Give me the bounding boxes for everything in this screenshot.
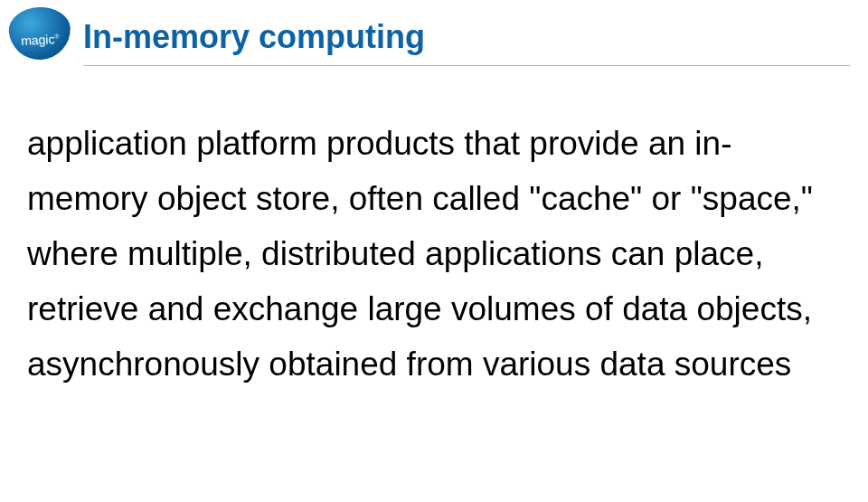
- logo-brand-text: magic®: [21, 32, 60, 48]
- page-title: In-memory computing: [83, 18, 850, 65]
- brand-logo: magic®: [9, 7, 71, 60]
- title-divider: [83, 65, 850, 66]
- slide-header: In-memory computing: [83, 18, 850, 66]
- body-paragraph: application platform products that provi…: [27, 116, 832, 392]
- logo-shape: magic®: [8, 5, 72, 61]
- logo-trademark: ®: [54, 33, 60, 39]
- logo-brand-name: magic: [21, 32, 55, 48]
